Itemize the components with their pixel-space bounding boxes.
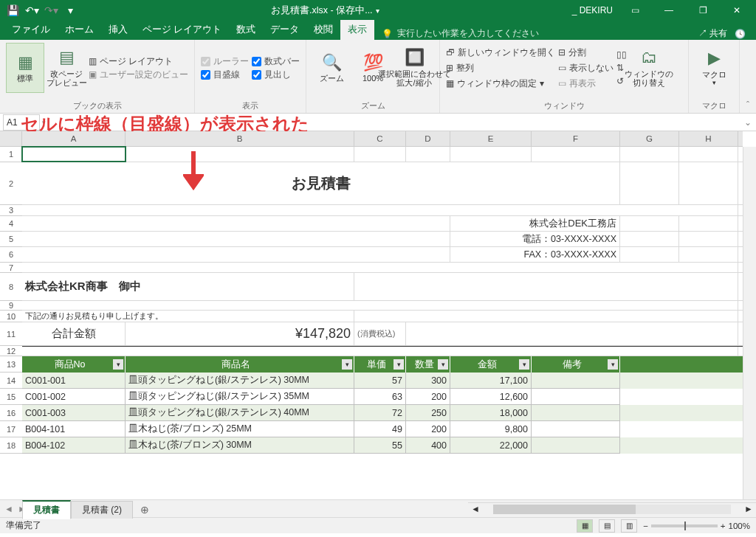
page-layout-view[interactable]: ▥ ページ レイアウト — [89, 56, 188, 67]
cell-amt[interactable]: 18,000 — [450, 405, 532, 421]
split-window[interactable]: ⊟ 分割 — [558, 47, 614, 58]
zoom-in-icon[interactable]: + — [721, 522, 726, 530]
tab-layout[interactable]: ページ レイアウト — [135, 20, 229, 40]
view-normal-icon[interactable]: ▦ — [577, 519, 593, 533]
tab-insert[interactable]: 挿入 — [101, 20, 135, 40]
col-H[interactable]: H — [679, 131, 738, 146]
cell-amt[interactable]: 12,600 — [450, 389, 532, 405]
view-layout-icon[interactable]: ▤ — [599, 519, 615, 533]
save-icon[interactable]: 💾 — [4, 2, 21, 18]
tab-review[interactable]: 校閲 — [306, 20, 340, 40]
tax-note[interactable]: (消費税込) — [354, 322, 406, 345]
tab-file[interactable]: ファイル — [4, 20, 58, 40]
collapse-ribbon-icon[interactable]: ˆ — [740, 40, 756, 113]
table-row[interactable]: B004-102皿木ねじ(茶/ブロンズ) 30MM5540022,000 — [22, 437, 743, 454]
chk-formula-bar[interactable]: 数式バー — [252, 56, 300, 67]
switch-window-button[interactable]: 🗂ウィンドウの 切り替え — [630, 43, 668, 93]
share-button[interactable]: ↗ 共有 — [698, 27, 727, 40]
horizontal-scrollbar[interactable]: ◄ ► — [468, 502, 756, 516]
company-fax[interactable]: FAX：03-XXXX-XXXX — [450, 247, 620, 262]
col-B[interactable]: B — [126, 131, 354, 146]
close-icon[interactable]: ✕ — [721, 0, 753, 21]
cell-qty[interactable]: 200 — [406, 389, 450, 405]
column-headers[interactable]: A B C D E F G H — [22, 131, 743, 147]
company-to[interactable]: 株式会社KR商事 御中 — [22, 273, 354, 300]
expand-formula-icon[interactable]: ⌄ — [744, 117, 752, 128]
chk-headings[interactable]: 見出し — [252, 69, 300, 80]
cell-name[interactable]: 皿頭タッピングねじ(銀/ステンレス) 40MM — [126, 405, 354, 421]
th-qty[interactable]: 数量▾ — [406, 356, 450, 373]
chk-ruler[interactable]: ルーラー — [201, 56, 249, 67]
th-note[interactable]: 備考▾ — [532, 356, 620, 373]
cell-amt[interactable]: 9,800 — [450, 421, 532, 437]
col-C[interactable]: C — [354, 131, 406, 146]
add-sheet-button[interactable]: ⊕ — [133, 502, 157, 518]
th-price[interactable]: 単価▾ — [354, 356, 406, 373]
tab-data[interactable]: データ — [263, 20, 306, 40]
table-row[interactable]: C001-003皿頭タッピングねじ(銀/ステンレス) 40MM7225018,0… — [22, 405, 743, 421]
cell-price[interactable]: 72 — [354, 405, 406, 421]
cell-no[interactable]: C001-003 — [22, 405, 126, 421]
col-A[interactable]: A — [22, 131, 126, 146]
cell-note[interactable] — [532, 389, 620, 405]
cell-name[interactable]: 皿頭タッピングねじ(銀/ステンレス) 30MM — [126, 373, 354, 389]
hide-window[interactable]: ▭ 表示しない — [558, 63, 614, 74]
total-value[interactable]: ¥147,820 — [126, 322, 354, 345]
cell-no[interactable]: B004-101 — [22, 421, 126, 437]
cell-price[interactable]: 63 — [354, 389, 406, 405]
tab-view[interactable]: 表示 — [340, 20, 374, 40]
cell-qty[interactable]: 200 — [406, 421, 450, 437]
th-no[interactable]: 商品No▾ — [22, 356, 126, 373]
cell-qty[interactable]: 300 — [406, 373, 450, 389]
filter-icon[interactable]: ▾ — [438, 359, 448, 370]
zoom-button[interactable]: 🔍ズーム — [312, 43, 351, 93]
filter-icon[interactable]: ▾ — [342, 359, 352, 370]
company-from[interactable]: 株式会社DEK工務店 — [450, 216, 620, 231]
quote-note[interactable]: 下記の通りお見積もり申し上げます。 — [22, 311, 354, 322]
zoom-out-icon[interactable]: − — [643, 522, 648, 530]
filter-icon[interactable]: ▾ — [394, 359, 404, 370]
scroll-left-icon[interactable]: ◄ — [468, 504, 483, 514]
history-icon[interactable]: 🕓 — [735, 29, 746, 39]
cell-note[interactable] — [532, 405, 620, 421]
vertical-scrollbar[interactable] — [743, 147, 756, 499]
pagebreak-view-button[interactable]: ▤改ページ プレビュー — [47, 43, 86, 93]
chk-gridlines[interactable]: 目盛線 — [201, 69, 249, 80]
cell-note[interactable] — [532, 373, 620, 389]
cell-name[interactable]: 皿頭タッピングねじ(銀/ステンレス) 35MM — [126, 389, 354, 405]
cell-price[interactable]: 49 — [354, 421, 406, 437]
cell-amt[interactable]: 22,000 — [450, 437, 532, 454]
cell-no[interactable]: C001-001 — [22, 373, 126, 389]
cell-amt[interactable]: 17,100 — [450, 373, 532, 389]
minimize-icon[interactable]: — — [653, 0, 685, 21]
qat-more-icon[interactable]: ▾ — [62, 2, 78, 18]
table-row[interactable]: C001-001皿頭タッピングねじ(銀/ステンレス) 30MM5730017,1… — [22, 373, 743, 389]
cell-grid[interactable]: お見積書 株式会社DEK工務店 電話：03-XXXX-XXXX FAX：03-X… — [22, 147, 743, 454]
cell-note[interactable] — [532, 421, 620, 437]
zoom-slider[interactable]: − + 100% — [643, 522, 750, 530]
cell-no[interactable]: B004-102 — [22, 437, 126, 454]
macro-button[interactable]: ▶マクロ▾ — [695, 43, 733, 93]
filter-icon[interactable]: ▾ — [608, 359, 618, 370]
ribbon-opts-icon[interactable]: ▭ — [619, 0, 651, 21]
arrange-all[interactable]: ⊞ 整列 — [446, 63, 555, 74]
unhide-window[interactable]: ▭ 再表示 — [558, 78, 614, 89]
zoom-value[interactable]: 100% — [729, 522, 750, 530]
col-D[interactable]: D — [406, 131, 450, 146]
cell-qty[interactable]: 400 — [406, 437, 450, 454]
freeze-panes[interactable]: ▦ ウィンドウ枠の固定 ▾ — [446, 78, 555, 89]
col-E[interactable]: E — [450, 131, 532, 146]
cell-price[interactable]: 55 — [354, 437, 406, 454]
view-side-icon[interactable]: ▯▯ — [616, 49, 627, 60]
cell-qty[interactable]: 250 — [406, 405, 450, 421]
cell-note[interactable] — [532, 437, 620, 454]
view-pagebreak-icon[interactable]: ▥ — [621, 519, 637, 533]
cell-name[interactable]: 皿木ねじ(茶/ブロンズ) 25MM — [126, 421, 354, 437]
cell-A1[interactable] — [22, 147, 126, 162]
sheet-tab-2[interactable]: 見積書 (2) — [71, 501, 133, 519]
col-F[interactable]: F — [532, 131, 620, 146]
cell-price[interactable]: 57 — [354, 373, 406, 389]
row-headers[interactable]: 1 2 3 4 5 6 7 8 9 10 11 12 13 14 15 16 1… — [0, 147, 22, 454]
company-phone[interactable]: 電話：03-XXXX-XXXX — [450, 232, 620, 246]
tab-formula[interactable]: 数式 — [229, 20, 263, 40]
